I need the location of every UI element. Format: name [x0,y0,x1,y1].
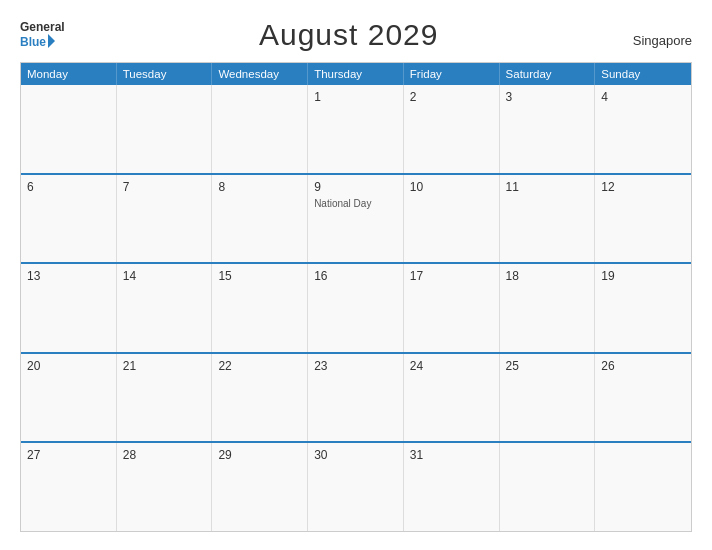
cell-w3-mon: 13 [21,264,117,352]
header-friday: Friday [404,63,500,85]
day-28: 28 [123,448,206,462]
day-6: 6 [27,180,110,194]
header-saturday: Saturday [500,63,596,85]
cell-w2-sun: 12 [595,175,691,263]
cell-w1-mon [21,85,117,173]
cell-w4-sun: 26 [595,354,691,442]
week-1: 1 2 3 4 [21,85,691,173]
day-9: 9 [314,180,397,194]
week-5: 27 28 29 30 31 [21,441,691,531]
cell-w5-fri: 31 [404,443,500,531]
day-27: 27 [27,448,110,462]
cell-w2-mon: 6 [21,175,117,263]
cell-w2-tue: 7 [117,175,213,263]
cell-w4-mon: 20 [21,354,117,442]
cell-w4-sat: 25 [500,354,596,442]
day-24: 24 [410,359,493,373]
day-8: 8 [218,180,301,194]
cell-w1-sat: 3 [500,85,596,173]
cell-w1-thu: 1 [308,85,404,173]
day-23: 23 [314,359,397,373]
day-14: 14 [123,269,206,283]
country-label: Singapore [633,33,692,48]
cell-w1-fri: 2 [404,85,500,173]
cell-w3-tue: 14 [117,264,213,352]
cell-w1-sun: 4 [595,85,691,173]
day-15: 15 [218,269,301,283]
day-31: 31 [410,448,493,462]
week-2: 6 7 8 9 National Day 10 11 [21,173,691,263]
day-13: 13 [27,269,110,283]
header-sunday: Sunday [595,63,691,85]
cell-w3-sat: 18 [500,264,596,352]
day-16: 16 [314,269,397,283]
page: General Blue August 2029 Singapore Monda… [0,0,712,550]
cell-w4-fri: 24 [404,354,500,442]
day-29: 29 [218,448,301,462]
cell-w2-sat: 11 [500,175,596,263]
day-12: 12 [601,180,685,194]
day-2: 2 [410,90,493,104]
day-10: 10 [410,180,493,194]
day-4: 4 [601,90,685,104]
cell-w5-wed: 29 [212,443,308,531]
day-25: 25 [506,359,589,373]
day-26: 26 [601,359,685,373]
cell-w5-sun [595,443,691,531]
logo-triangle-icon [48,34,55,48]
cell-w2-wed: 8 [212,175,308,263]
day-20: 20 [27,359,110,373]
header-monday: Monday [21,63,117,85]
cell-w2-thu: 9 National Day [308,175,404,263]
day-21: 21 [123,359,206,373]
cell-w4-thu: 23 [308,354,404,442]
cell-w3-thu: 16 [308,264,404,352]
month-title: August 2029 [259,18,438,52]
header-thursday: Thursday [308,63,404,85]
cell-w5-thu: 30 [308,443,404,531]
cell-w1-wed [212,85,308,173]
day-30: 30 [314,448,397,462]
header-wednesday: Wednesday [212,63,308,85]
logo: General Blue [20,20,65,50]
cell-w3-sun: 19 [595,264,691,352]
day-11: 11 [506,180,589,194]
header: General Blue August 2029 Singapore [20,18,692,52]
cell-w2-fri: 10 [404,175,500,263]
week-3: 13 14 15 16 17 18 19 [21,262,691,352]
cell-w5-tue: 28 [117,443,213,531]
cell-w4-wed: 22 [212,354,308,442]
cell-w5-sat [500,443,596,531]
calendar: Monday Tuesday Wednesday Thursday Friday… [20,62,692,532]
cell-w3-fri: 17 [404,264,500,352]
day-22: 22 [218,359,301,373]
day-1: 1 [314,90,397,104]
calendar-header: Monday Tuesday Wednesday Thursday Friday… [21,63,691,85]
day-3: 3 [506,90,589,104]
cell-w1-tue [117,85,213,173]
day-7: 7 [123,180,206,194]
day-18: 18 [506,269,589,283]
cell-w5-mon: 27 [21,443,117,531]
day-17: 17 [410,269,493,283]
cell-w4-tue: 21 [117,354,213,442]
day-19: 19 [601,269,685,283]
logo-general-text: General [20,20,65,34]
week-4: 20 21 22 23 24 25 26 [21,352,691,442]
national-day-event: National Day [314,198,397,209]
logo-blue-text: Blue [20,35,46,49]
cell-w3-wed: 15 [212,264,308,352]
header-tuesday: Tuesday [117,63,213,85]
calendar-body: 1 2 3 4 6 7 [21,85,691,531]
